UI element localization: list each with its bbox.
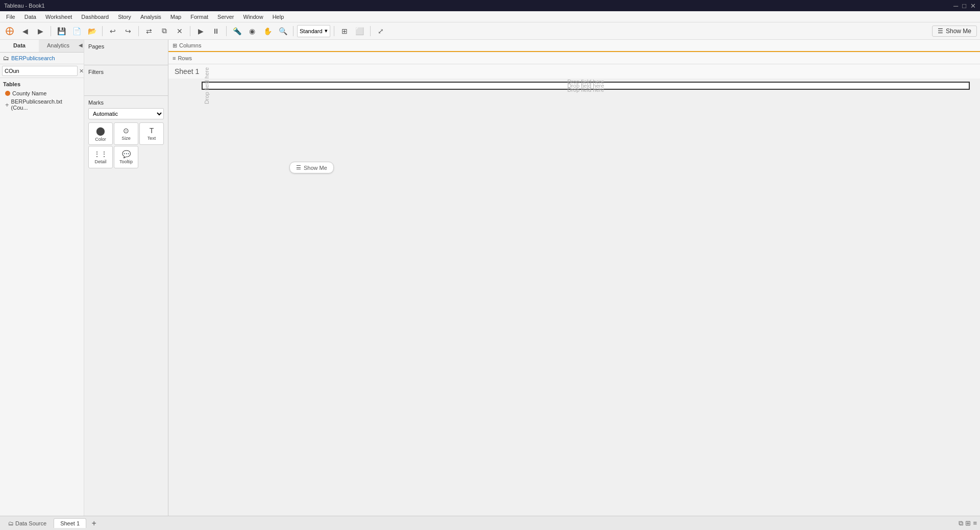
show-me-canvas-icon: ☰ (296, 164, 301, 171)
bottom-bar: 🗂 Data Source Sheet 1 + ⧉ ⊞ ≡ (0, 516, 980, 530)
clear-button[interactable]: ✕ (173, 24, 186, 38)
marks-panel: Marks Automatic Bar Line Area Circle Squ… (84, 96, 168, 516)
pages-panel: Pages (84, 40, 168, 65)
county-name-item[interactable]: County Name (3, 89, 81, 97)
datasource-name-row: 🗂 BERPublicsearch (0, 53, 84, 64)
search-bar: ✕ ▼ ☰ (0, 64, 84, 78)
redo-button[interactable]: ↪ (121, 24, 135, 38)
marks-size-btn[interactable]: ⊙ Size (114, 122, 138, 145)
data-analytics-tabs: Data Analytics ◀ (0, 40, 84, 53)
data-source-label: Data Source (15, 520, 46, 526)
marks-text-btn[interactable]: T Text (139, 122, 164, 145)
save-button[interactable]: 💾 (55, 24, 68, 38)
columns-icon: ⊞ (173, 42, 177, 49)
pan-btn[interactable]: ✋ (261, 24, 274, 38)
grid-view-icon[interactable]: ⊞ (965, 519, 971, 527)
rows-content[interactable] (204, 53, 980, 64)
drop-field-left: Drop field here (204, 67, 210, 104)
app-title: Tableau - Book1 (4, 3, 45, 9)
forward-button[interactable]: ▶ (34, 24, 47, 38)
rows-icon: ≡ (173, 55, 176, 61)
menu-map[interactable]: Map (166, 13, 185, 21)
minimize-button[interactable]: ─ (953, 2, 958, 10)
present-btn[interactable]: ⬜ (353, 24, 366, 38)
highlight-btn[interactable]: 🔦 (230, 24, 243, 38)
tooltip-icon: 💬 (122, 150, 131, 158)
columns-shelf: ⊞ Columns (168, 40, 980, 52)
drop-field-bottom: Drop field here (567, 79, 604, 85)
menu-dashboard[interactable]: Dashboard (77, 13, 113, 21)
menu-window[interactable]: Window (239, 13, 267, 21)
pause-button[interactable]: ⏸ (209, 24, 223, 38)
new-button[interactable]: 📄 (70, 24, 83, 38)
filters-panel: Filters (84, 65, 168, 96)
tables-section: Tables County Name + BERPublicsearch.txt… (0, 78, 84, 113)
run-button[interactable]: ▶ (194, 24, 207, 38)
columns-label: ⊞ Columns (168, 41, 205, 51)
left-panel: Data Analytics ◀ 🗂 BERPublicsearch ✕ ▼ ☰… (0, 40, 84, 516)
sep4 (190, 26, 190, 36)
detail-label: Detail (94, 159, 106, 164)
data-source-tab[interactable]: 🗂 Data Source (3, 519, 52, 528)
tooltip-label: Tooltip (119, 159, 133, 164)
back-button[interactable]: ◀ (18, 24, 32, 38)
canvas-area: ⊞ Columns ≡ Rows Sheet 1 Drop field here… (168, 40, 980, 516)
view-size-dropdown[interactable]: Standard ▾ (297, 25, 330, 37)
show-me-toolbar-button[interactable]: ☰ Show Me (932, 26, 977, 37)
size-icon: ⊙ (123, 127, 129, 135)
open-button[interactable]: 📂 (85, 24, 99, 38)
sep6 (293, 26, 293, 36)
menu-worksheet[interactable]: Worksheet (41, 13, 76, 21)
restore-button[interactable]: □ (962, 2, 966, 10)
close-button[interactable]: ✕ (970, 2, 976, 10)
fix-axes-btn[interactable]: ⊞ (338, 24, 351, 38)
filters-label: Filters (88, 69, 104, 75)
show-me-canvas-button[interactable]: ☰ Show Me (289, 162, 334, 173)
datasource-label[interactable]: BERPublicsearch (11, 55, 55, 61)
tableau-logo-btn[interactable] (3, 24, 16, 38)
rows-shelf: ≡ Rows (168, 52, 980, 64)
tab-data[interactable]: Data (0, 40, 39, 52)
sort-sheets-icon[interactable]: ≡ (973, 519, 977, 527)
menu-file[interactable]: File (2, 13, 19, 21)
menu-data[interactable]: Data (20, 13, 40, 21)
file-source-item[interactable]: + BERPublicsearch.txt (Cou... (3, 97, 81, 112)
color-label: Color (95, 137, 106, 142)
panel-collapse-btn[interactable]: ◀ (78, 40, 84, 52)
menu-format[interactable]: Format (186, 13, 212, 21)
clear-search-icon[interactable]: ✕ (79, 68, 84, 74)
columns-content[interactable] (205, 40, 980, 51)
marks-type-dropdown[interactable]: Automatic Bar Line Area Circle Square Sh… (88, 108, 164, 119)
zoom-btn[interactable]: 🔍 (276, 24, 289, 38)
share-btn[interactable]: ⤢ (374, 24, 387, 38)
tables-label: Tables (3, 81, 81, 87)
county-name-label: County Name (12, 90, 46, 96)
marks-label: Marks (88, 99, 104, 106)
sheet1-tab-label: Sheet 1 (60, 520, 80, 526)
marks-detail-btn[interactable]: ⋮⋮ Detail (88, 146, 113, 168)
lasso-btn[interactable]: ◉ (246, 24, 259, 38)
menu-analysis[interactable]: Analysis (136, 13, 165, 21)
duplicate-button[interactable]: ⧉ (158, 24, 171, 38)
sheet-title-area: Sheet 1 (168, 64, 980, 79)
toolbar: ◀ ▶ 💾 📄 📂 ↩ ↪ ⇄ ⧉ ✕ ▶ ⏸ 🔦 ◉ ✋ 🔍 Standard… (0, 22, 980, 40)
size-label: Size (121, 136, 131, 141)
tab-analytics[interactable]: Analytics (39, 40, 78, 52)
menu-story[interactable]: Story (114, 13, 135, 21)
duplicate-sheet-icon[interactable]: ⧉ (959, 519, 963, 527)
menu-server[interactable]: Server (213, 13, 238, 21)
undo-button[interactable]: ↩ (106, 24, 119, 38)
view-canvas[interactable]: Drop field here Drop field here Drop fie… (202, 82, 970, 90)
show-me-label: Show Me (946, 28, 971, 35)
swap-axes-button[interactable]: ⇄ (142, 24, 156, 38)
marks-color-btn[interactable]: ⬤ Color (88, 122, 113, 145)
new-sheet-btn[interactable]: + (88, 518, 100, 529)
menubar: File Data Worksheet Dashboard Story Anal… (0, 11, 980, 22)
sep1 (51, 26, 51, 36)
marks-tooltip-btn[interactable]: 💬 Tooltip (114, 146, 138, 168)
search-input[interactable] (2, 66, 78, 76)
sheet1-tab[interactable]: Sheet 1 (54, 518, 86, 528)
dropdown-arrow-icon: ▾ (325, 28, 328, 34)
menu-help[interactable]: Help (268, 13, 288, 21)
marks-buttons: ⬤ Color ⊙ Size T Text ⋮⋮ Detail 💬 Too (88, 122, 164, 168)
